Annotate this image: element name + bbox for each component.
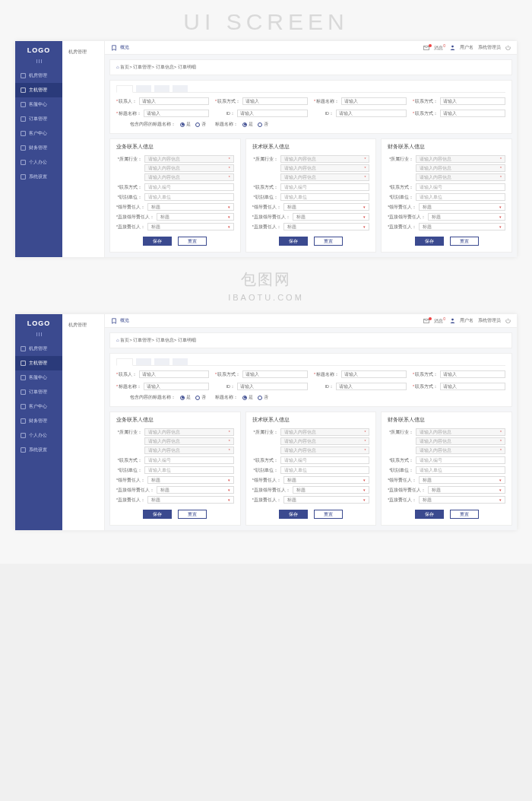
reset-button[interactable]: 重置	[178, 510, 207, 519]
save-button[interactable]: 保存	[415, 510, 444, 519]
overview-label[interactable]: 概览	[120, 44, 129, 51]
field-input[interactable]	[336, 110, 407, 117]
sub-sidebar-item[interactable]	[62, 354, 104, 362]
overview-label[interactable]: 概览	[120, 317, 129, 324]
radio2-yes[interactable]: 是	[242, 122, 253, 127]
save-button[interactable]: 保存	[143, 510, 172, 519]
lead3-select[interactable]: 标题▾	[147, 223, 234, 230]
admin-label[interactable]: 系统管理员	[478, 317, 501, 324]
field-input[interactable]	[139, 370, 209, 378]
radio1-no[interactable]: 否	[195, 122, 206, 127]
field-input[interactable]	[237, 110, 308, 117]
lead2-select[interactable]: 标题▾	[293, 213, 370, 221]
nav-item[interactable]: 财务管理	[15, 141, 62, 155]
sub-sidebar-item[interactable]	[62, 370, 104, 377]
industry-input-2[interactable]: 请输入内容信息*	[416, 164, 505, 172]
tab[interactable]	[116, 85, 133, 93]
unit-input[interactable]: 请输入单位	[144, 193, 234, 201]
nav-item[interactable]: 客户中心	[15, 126, 62, 141]
industry-input-2[interactable]: 请输入内容信息*	[280, 437, 370, 445]
field-input[interactable]	[139, 97, 209, 105]
lead1-select[interactable]: 标题▾	[283, 476, 370, 484]
lead1-select[interactable]: 标题▾	[419, 476, 505, 484]
sub-sidebar-item[interactable]	[62, 59, 104, 66]
industry-input-2[interactable]: 请输入内容信息*	[144, 164, 234, 172]
nav-item[interactable]: 个人办公	[15, 155, 62, 170]
nav-item[interactable]: 主机管理	[15, 83, 62, 97]
contact-input[interactable]: 请输入编号	[280, 456, 370, 464]
field-input[interactable]	[242, 370, 308, 378]
field-input[interactable]	[144, 110, 209, 117]
industry-input-3[interactable]: 请输入内容信息*	[144, 447, 234, 454]
tab[interactable]	[116, 358, 133, 366]
industry-input[interactable]: 请输入内容信息*	[280, 155, 370, 163]
user-label[interactable]: 用户名	[460, 44, 473, 51]
contact-input[interactable]: 请输入编号	[416, 183, 505, 191]
field-input[interactable]	[237, 383, 308, 390]
contact-input[interactable]: 请输入编号	[144, 456, 234, 464]
reset-button[interactable]: 重置	[178, 237, 207, 246]
industry-input-3[interactable]: 请输入内容信息*	[416, 173, 505, 181]
sub-sidebar-item[interactable]	[62, 97, 104, 104]
nav-item[interactable]: 系统设置	[15, 443, 62, 457]
radio2-yes[interactable]: 是	[242, 395, 253, 400]
save-button[interactable]: 保存	[279, 510, 308, 519]
industry-input[interactable]: 请输入内容信息*	[280, 428, 370, 436]
msg-label[interactable]: 消息0	[434, 316, 445, 325]
lead1-select[interactable]: 标题▾	[419, 203, 505, 211]
industry-input-3[interactable]: 请输入内容信息*	[280, 173, 370, 181]
field-input[interactable]	[341, 370, 407, 378]
industry-input[interactable]: 请输入内容信息*	[144, 155, 234, 163]
sub-sidebar-item[interactable]	[62, 89, 104, 97]
radio1-yes[interactable]: 是	[180, 395, 191, 400]
industry-input-2[interactable]: 请输入内容信息*	[280, 164, 370, 172]
save-button[interactable]: 保存	[279, 237, 308, 246]
lead2-select[interactable]: 标题▾	[293, 486, 370, 494]
nav-item[interactable]: 系统设置	[15, 170, 62, 184]
user-label[interactable]: 用户名	[460, 317, 473, 324]
field-input[interactable]	[440, 370, 505, 378]
contact-input[interactable]: 请输入编号	[144, 183, 234, 191]
sub-sidebar-item[interactable]	[62, 347, 104, 354]
mail-icon[interactable]	[423, 46, 429, 50]
tab[interactable]	[173, 85, 188, 92]
industry-input-3[interactable]: 请输入内容信息*	[280, 447, 370, 454]
field-input[interactable]	[440, 383, 505, 390]
save-button[interactable]: 保存	[415, 237, 444, 246]
field-input[interactable]	[242, 97, 308, 105]
unit-input[interactable]: 请输入单位	[416, 466, 505, 474]
lead3-select[interactable]: 标题▾	[419, 223, 505, 230]
unit-input[interactable]: 请输入单位	[280, 466, 370, 474]
logout-icon[interactable]	[505, 45, 511, 50]
nav-item[interactable]: 财务管理	[15, 414, 62, 428]
field-input[interactable]	[440, 110, 505, 117]
nav-item[interactable]: 机房管理	[15, 342, 62, 356]
radio2-no[interactable]: 否	[258, 395, 268, 400]
sub-sidebar-item[interactable]	[62, 332, 104, 339]
mail-icon[interactable]	[423, 319, 429, 323]
nav-item[interactable]: 订单管理	[15, 385, 62, 399]
tab[interactable]	[136, 358, 151, 365]
home-icon[interactable]: ⌂	[116, 65, 119, 69]
reset-button[interactable]: 重置	[450, 510, 479, 519]
industry-input-3[interactable]: 请输入内容信息*	[416, 447, 505, 454]
tab[interactable]	[154, 358, 169, 365]
industry-input[interactable]: 请输入内容信息*	[144, 428, 234, 436]
radio1-no[interactable]: 否	[195, 395, 206, 400]
lead3-select[interactable]: 标题▾	[419, 496, 505, 504]
reset-button[interactable]: 重置	[314, 510, 343, 519]
unit-input[interactable]: 请输入单位	[144, 466, 234, 474]
sub-sidebar-item[interactable]	[62, 104, 104, 112]
sub-sidebar-item[interactable]	[62, 74, 104, 81]
lead3-select[interactable]: 标题▾	[283, 223, 370, 230]
radio1-yes[interactable]: 是	[180, 122, 191, 127]
sub-sidebar-item[interactable]	[62, 339, 104, 347]
sub-sidebar-item[interactable]	[62, 377, 104, 385]
contact-input[interactable]: 请输入编号	[280, 183, 370, 191]
sub-sidebar-item[interactable]	[62, 362, 104, 370]
tab[interactable]	[154, 85, 169, 92]
sub-sidebar-item[interactable]	[62, 66, 104, 74]
lead3-select[interactable]: 标题▾	[283, 496, 370, 504]
msg-label[interactable]: 消息0	[434, 43, 445, 52]
radio2-no[interactable]: 否	[258, 122, 268, 127]
